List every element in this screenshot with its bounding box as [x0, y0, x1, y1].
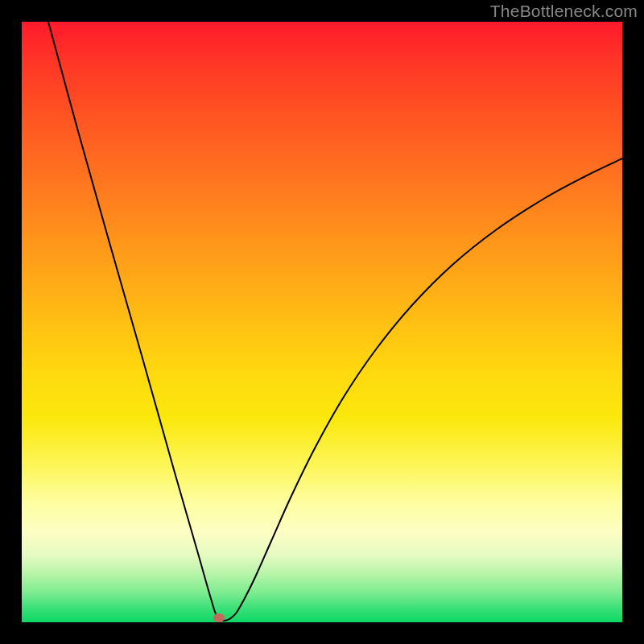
plot-area [22, 22, 622, 622]
chart-stage: TheBottleneck.com [0, 0, 644, 644]
minimum-marker [213, 613, 225, 622]
curve-svg [22, 22, 622, 622]
watermark-text: TheBottleneck.com [490, 2, 638, 21]
v-curve [48, 22, 622, 621]
